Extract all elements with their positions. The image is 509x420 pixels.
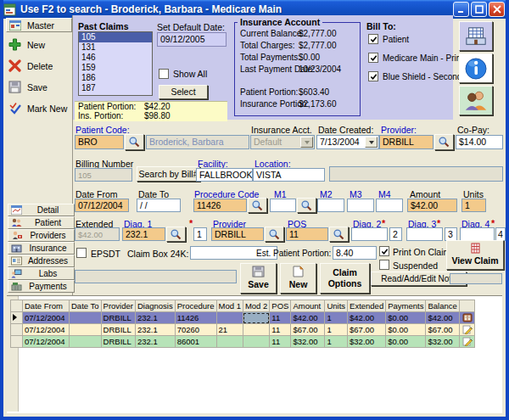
row-selector[interactable] [11, 336, 23, 348]
diag1-field[interactable]: 232.1 [122, 227, 165, 241]
procedure-search-button[interactable] [248, 198, 267, 213]
list-item[interactable]: 186 [79, 73, 152, 83]
diag4-pointer-field[interactable]: 4 [495, 227, 506, 241]
default-date-field[interactable]: 09/12/2005 [157, 32, 227, 47]
edit-icon[interactable] [460, 336, 475, 348]
select-button[interactable]: Select [159, 85, 208, 99]
cell[interactable] [216, 312, 243, 324]
info-button[interactable] [459, 53, 493, 83]
cell[interactable]: $32.00 [348, 336, 386, 348]
cell[interactable]: DRBILL [101, 324, 135, 336]
table-row[interactable]: 07/12/2004 DRBILL 232.1 86001 11 $32.00 … [11, 336, 475, 348]
cell[interactable]: 11 [270, 312, 291, 324]
sidebar-action-save[interactable]: Save [8, 81, 48, 93]
sidebar-master-header[interactable]: Master [6, 18, 72, 32]
show-all-checkbox[interactable] [159, 69, 169, 79]
m1-search-button[interactable] [297, 198, 316, 213]
m1-field[interactable] [270, 199, 296, 212]
list-item[interactable]: 146 [79, 53, 152, 63]
facility-button[interactable] [459, 21, 493, 51]
facility-field[interactable]: FALLBROOK [196, 168, 253, 182]
cell[interactable]: 07/12/2004 [23, 324, 70, 336]
cell[interactable] [70, 324, 102, 336]
cell[interactable]: 11 [270, 336, 291, 348]
col-header[interactable]: Balance [426, 300, 460, 312]
col-header[interactable]: Diagnosis [135, 300, 175, 312]
cell[interactable]: 70260 [175, 324, 216, 336]
col-header[interactable]: Payments [386, 300, 426, 312]
m2-field[interactable] [317, 199, 344, 212]
col-header[interactable]: Mod 2 [243, 300, 269, 312]
diag3-pointer-field[interactable]: 3 [445, 227, 457, 241]
cell[interactable]: 11426 [175, 312, 216, 324]
cell[interactable] [70, 336, 102, 348]
cell[interactable]: $32.00 [426, 336, 460, 348]
cell[interactable]: $67.00 [291, 324, 325, 336]
diag2-field[interactable] [351, 227, 388, 241]
cell[interactable] [243, 336, 269, 348]
note-icon[interactable] [460, 312, 475, 324]
units-field[interactable]: 1 [461, 199, 486, 212]
sidebar-item-addresses[interactable]: Addresses [8, 255, 75, 267]
col-header[interactable]: Mod 1 [216, 300, 243, 312]
table-row[interactable]: 07/12/2004 DRBILL 232.1 70260 21 11 $67.… [11, 324, 475, 336]
m3-field[interactable] [347, 199, 374, 212]
cell[interactable]: DRBILL [101, 312, 135, 324]
claim-options-button[interactable]: Claim Options [320, 263, 370, 294]
cell[interactable]: 11 [270, 324, 291, 336]
sidebar-action-new[interactable]: New [8, 38, 45, 51]
table-row[interactable]: 07/12/2004 DRBILL 232.1 11426 11 $42.00 … [11, 312, 475, 324]
cell[interactable]: $42.00 [291, 312, 325, 324]
col-header[interactable]: Extended [348, 300, 386, 312]
cell[interactable]: $0.00 [386, 324, 426, 336]
sidebar-item-patient[interactable]: Patient [8, 216, 75, 229]
est-patient-portion-field[interactable]: 8.40 [333, 246, 377, 260]
procedure-code-field[interactable]: 11426 [193, 199, 247, 212]
cell[interactable]: $0.00 [386, 312, 426, 324]
bill-to-patient-checkbox[interactable] [368, 34, 378, 44]
line-provider-search-button[interactable] [265, 227, 284, 242]
diag4-field[interactable] [460, 227, 495, 241]
cell[interactable]: $42.00 [426, 312, 460, 324]
line-provider-field[interactable]: DRBILL [211, 227, 264, 241]
col-header[interactable]: Provider [101, 300, 135, 312]
print-on-claim-checkbox[interactable] [379, 246, 389, 256]
diag1-pointer-field[interactable]: 1 [193, 227, 207, 241]
provider-search-button[interactable] [434, 134, 454, 150]
cell[interactable]: DRBILL [101, 336, 135, 348]
cell[interactable]: 232.1 [135, 312, 175, 324]
bill-to-medicare-checkbox[interactable] [368, 53, 378, 63]
cell[interactable]: $67.00 [426, 324, 460, 336]
search-by-bill-button[interactable]: Search by Bill# [137, 166, 200, 182]
col-header[interactable]: Procedure [175, 300, 216, 312]
epsdt-checkbox[interactable] [76, 248, 87, 258]
row-selector[interactable] [11, 324, 23, 336]
suspended-checkbox[interactable] [379, 260, 389, 270]
cell[interactable]: 21 [216, 324, 243, 336]
date-from-field[interactable]: 07/12/2004 [75, 199, 129, 212]
sidebar-item-payments[interactable]: Payments [8, 280, 75, 293]
cell[interactable] [70, 312, 102, 324]
maximize-button[interactable] [471, 2, 487, 17]
cell[interactable]: 1 [325, 336, 348, 348]
patients-button[interactable] [459, 86, 493, 115]
view-claim-button[interactable]: View Claim [446, 240, 504, 270]
bill-to-blueshield-checkbox[interactable] [368, 71, 378, 81]
col-header[interactable]: Date From [23, 300, 70, 312]
focused-cell[interactable] [243, 312, 269, 324]
amount-field[interactable]: $42.00 [407, 199, 457, 212]
list-item[interactable]: 131 [79, 42, 152, 53]
edit-icon[interactable] [460, 324, 475, 336]
sidebar-item-insurance[interactable]: Insurance [8, 242, 75, 255]
m4-field[interactable] [376, 199, 403, 212]
cell[interactable]: 232.1 [135, 324, 175, 336]
row-selector[interactable] [11, 312, 23, 324]
diag3-field[interactable] [406, 227, 443, 241]
patient-code-field[interactable]: BRO [75, 135, 124, 149]
past-claims-list[interactable]: 105 131 146 159 186 187 [78, 31, 153, 96]
sidebar-item-detail[interactable]: Detail [8, 204, 75, 216]
minimize-button[interactable] [453, 2, 469, 17]
cell[interactable] [216, 336, 243, 348]
new-button[interactable]: New [280, 263, 316, 294]
date-created-select[interactable]: 7/13/2004 [316, 135, 379, 149]
